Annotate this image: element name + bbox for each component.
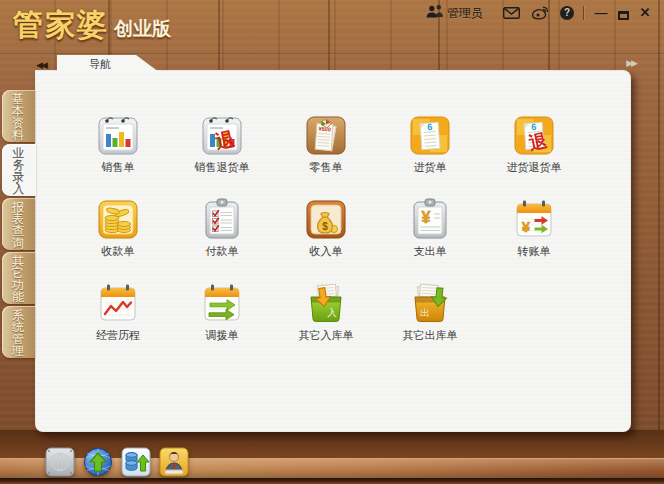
nav-item-label: 调拨单 bbox=[170, 328, 274, 343]
weibo-icon[interactable] bbox=[531, 6, 549, 21]
close-button[interactable]: ✕ bbox=[634, 4, 656, 22]
nav-item-label: 付款单 bbox=[170, 244, 274, 259]
nav-item-retail-order[interactable]: ¥500 零售单 bbox=[274, 112, 378, 175]
nav-item-label: 收入单 bbox=[274, 244, 378, 259]
operator-icon[interactable] bbox=[158, 446, 190, 478]
titlebar-controls: 管理员 ? — ✕ bbox=[426, 4, 656, 22]
app-logo: 管家婆创业版 bbox=[13, 5, 171, 46]
maximize-button[interactable] bbox=[612, 4, 634, 22]
nav-item-business-history[interactable]: 经营历程 bbox=[66, 280, 170, 343]
sidebar-tab-other-functions[interactable]: 其它功能 bbox=[2, 252, 35, 304]
nav-item-receipt-order[interactable]: 收款单 bbox=[66, 196, 170, 259]
minimize-button[interactable]: — bbox=[590, 4, 612, 22]
nav-item-label: 其它入库单 bbox=[274, 328, 378, 343]
maximize-glyph bbox=[618, 11, 629, 20]
nav-item-other-stock-out-order[interactable]: 出 其它出库单 bbox=[378, 280, 482, 343]
app-window: 管家婆创业版 管理员 ? — ✕ ◀◀ ▶▶ 导航 基本资料 业务录入 报表查询… bbox=[0, 0, 664, 484]
nav-item-purchase-return-order[interactable]: 6 退 进货退货单 bbox=[482, 112, 586, 175]
nav-item-label: 经营历程 bbox=[66, 328, 170, 343]
wood-groove bbox=[0, 53, 664, 55]
titlebar-separator bbox=[583, 6, 584, 20]
bottom-dock bbox=[44, 446, 190, 478]
mail-icon[interactable] bbox=[503, 7, 520, 19]
tab-navigation-label: 导航 bbox=[57, 55, 161, 72]
nav-item-income-order[interactable]: $ 收入单 bbox=[274, 196, 378, 259]
sidebar-tab-basic-data[interactable]: 基本资料 bbox=[2, 90, 35, 142]
other-stock-in-order-icon: 入 bbox=[303, 280, 349, 326]
sidebar-tab-business-entry[interactable]: 业务录入 bbox=[2, 144, 36, 196]
other-stock-out-order-icon: 出 bbox=[407, 280, 453, 326]
sidebar-tab-label: 其它功能 bbox=[12, 255, 25, 303]
online-upgrade-icon[interactable] bbox=[82, 446, 114, 478]
help-glyph: ? bbox=[564, 6, 570, 20]
nav-item-label: 转账单 bbox=[482, 244, 586, 259]
brand-name: 管家婆 bbox=[13, 8, 109, 41]
nav-item-label: 销售单 bbox=[66, 160, 170, 175]
out-char-glyph: 出 bbox=[420, 307, 430, 318]
sales-order-icon bbox=[95, 112, 141, 158]
expense-order-icon: ¥ bbox=[407, 196, 453, 242]
nav-item-label: 销售退货单 bbox=[170, 160, 274, 175]
current-user-chip[interactable]: 管理员 bbox=[426, 4, 483, 23]
retail-order-icon: ¥500 bbox=[303, 112, 349, 158]
income-order-icon: $ bbox=[303, 196, 349, 242]
payment-order-icon bbox=[199, 196, 245, 242]
sidebar-tab-system-management[interactable]: 系统管理 bbox=[2, 306, 35, 358]
yuan-glyph: ¥ bbox=[522, 218, 531, 235]
user-label: 管理员 bbox=[447, 5, 483, 22]
tab-scroll-left-icon[interactable]: ◀◀ bbox=[36, 60, 46, 70]
nav-item-label: 进货单 bbox=[378, 160, 482, 175]
nav-item-label: 进货退货单 bbox=[482, 160, 586, 175]
dollar-glyph: $ bbox=[322, 221, 328, 232]
minimize-glyph: — bbox=[595, 4, 608, 22]
allocation-order-icon bbox=[199, 280, 245, 326]
doc-number-text: 6 bbox=[427, 122, 433, 132]
close-glyph: ✕ bbox=[640, 4, 651, 22]
nav-item-label: 收款单 bbox=[66, 244, 170, 259]
sales-return-order-icon: 退 bbox=[199, 112, 245, 158]
tab-navigation[interactable]: 导航 bbox=[57, 55, 161, 72]
receipt-order-icon bbox=[95, 196, 141, 242]
sidebar-tab-report-query[interactable]: 报表查询 bbox=[2, 198, 35, 250]
data-backup-icon[interactable] bbox=[120, 446, 152, 478]
nav-item-sales-order[interactable]: 销售单 bbox=[66, 112, 170, 175]
yuan-glyph: ¥ bbox=[422, 209, 431, 226]
transfer-order-icon: ¥ bbox=[511, 196, 557, 242]
brand-edition: 创业版 bbox=[114, 18, 171, 39]
sidebar-tab-label: 业务录入 bbox=[13, 147, 26, 195]
tab-scroll-right-icon[interactable]: ▶▶ bbox=[626, 58, 636, 68]
nav-item-label: 其它出库单 bbox=[378, 328, 482, 343]
nav-item-purchase-order[interactable]: 6 进货单 bbox=[378, 112, 482, 175]
nav-item-expense-order[interactable]: ¥ 支出单 bbox=[378, 196, 482, 259]
nav-item-payment-order[interactable]: 付款单 bbox=[170, 196, 274, 259]
in-char-glyph: 入 bbox=[327, 307, 337, 318]
nav-item-label: 支出单 bbox=[378, 244, 482, 259]
user-group-icon bbox=[426, 4, 443, 23]
nav-item-label: 零售单 bbox=[274, 160, 378, 175]
purchase-order-icon: 6 bbox=[407, 112, 453, 158]
help-icon[interactable]: ? bbox=[560, 6, 574, 20]
network-offline-icon[interactable] bbox=[44, 446, 76, 478]
sidebar-tab-label: 基本资料 bbox=[12, 93, 25, 141]
nav-item-other-stock-in-order[interactable]: 入 其它入库单 bbox=[274, 280, 378, 343]
sidebar-tab-label: 系统管理 bbox=[12, 309, 25, 357]
nav-item-sales-return-order[interactable]: 退 销售退货单 bbox=[170, 112, 274, 175]
business-history-icon bbox=[95, 280, 141, 326]
nav-item-transfer-order[interactable]: ¥ 转账单 bbox=[482, 196, 586, 259]
baseboard bbox=[0, 478, 664, 484]
nav-item-allocation-order[interactable]: 调拨单 bbox=[170, 280, 274, 343]
purchase-return-order-icon: 6 退 bbox=[511, 112, 557, 158]
doc-number-text: 6 bbox=[531, 122, 537, 132]
sidebar-tab-label: 报表查询 bbox=[12, 201, 25, 249]
